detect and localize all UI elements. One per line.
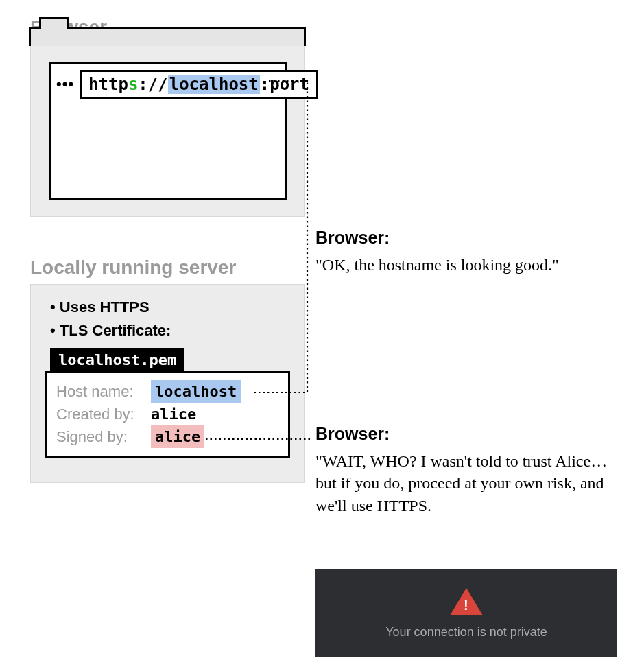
- server-panel: Uses HTTPS TLS Certificate: localhost.pe…: [30, 284, 305, 483]
- browser-panel: ••• https://localhost:port: [30, 45, 305, 217]
- address-bar[interactable]: https://localhost:port: [80, 70, 318, 99]
- annotation-quote-1: "OK, the hostname is looking good.": [315, 254, 559, 276]
- url-scheme-s: s: [128, 75, 138, 94]
- bullet-tls-certificate: TLS Certificate:: [50, 319, 290, 342]
- cert-row-hostname: Host name: localhost: [56, 380, 278, 403]
- cert-val-hostname: localhost: [151, 380, 241, 403]
- cert-val-createdby: alice: [151, 403, 196, 425]
- browser-tab-icon: [39, 17, 69, 29]
- privacy-warning-box: Your connection is not private: [315, 569, 617, 657]
- annotation-heading-2: Browser:: [315, 424, 390, 444]
- section-title-server: Locally running server: [30, 257, 236, 279]
- url-host: localhost: [168, 75, 260, 94]
- cert-key-signedby: Signed by:: [56, 425, 151, 448]
- privacy-warning-text: Your connection is not private: [385, 625, 547, 639]
- browser-viewport: ••• https://localhost:port: [49, 62, 287, 200]
- url-separator: ://: [138, 75, 167, 94]
- annotation-quote-2: "WAIT, WHO? I wasn't told to trust Alice…: [315, 450, 610, 517]
- address-row: ••• https://localhost:port: [56, 70, 280, 99]
- menu-dots-icon: •••: [56, 81, 74, 88]
- url-port: :port: [260, 75, 309, 94]
- browser-chrome-strip: [29, 27, 306, 46]
- warning-triangle-icon: [450, 588, 483, 615]
- certificate-box: Host name: localhost Created by: alice S…: [45, 371, 290, 458]
- server-bullets: Uses HTTPS TLS Certificate:: [50, 296, 290, 342]
- annotation-heading-1: Browser:: [315, 228, 390, 248]
- certificate-filename: localhost.pem: [50, 348, 184, 372]
- cert-key-createdby: Created by:: [56, 403, 151, 425]
- url-scheme-http: http: [88, 75, 128, 94]
- cert-row-signedby: Signed by: alice: [56, 425, 278, 448]
- bullet-uses-https: Uses HTTPS: [50, 296, 290, 319]
- cert-val-signedby: alice: [151, 425, 204, 448]
- cert-row-createdby: Created by: alice: [56, 403, 278, 425]
- cert-key-hostname: Host name:: [56, 380, 151, 403]
